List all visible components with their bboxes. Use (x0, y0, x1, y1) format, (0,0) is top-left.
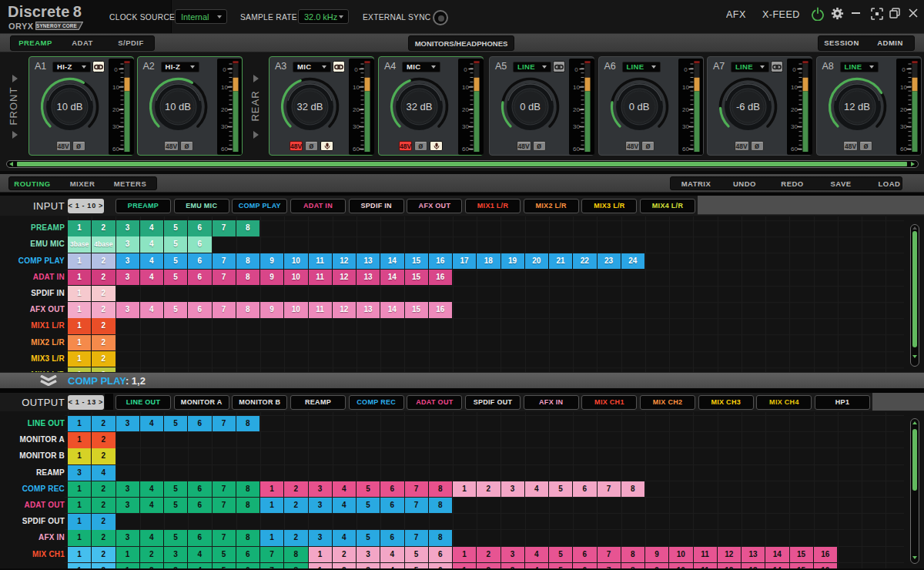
svg-text:SYNERGY CORE: SYNERGY CORE (36, 23, 77, 28)
svg-text:30: 30 (900, 123, 907, 130)
svg-text:20: 20 (353, 106, 360, 113)
svg-text:0: 0 (575, 65, 579, 72)
svg-text:10: 10 (791, 84, 798, 91)
svg-text:10: 10 (112, 84, 119, 91)
svg-text:60: 60 (353, 146, 360, 153)
svg-text:60: 60 (221, 146, 228, 153)
svg-text:0: 0 (684, 65, 688, 72)
svg-text:10: 10 (221, 84, 228, 91)
svg-text:0: 0 (793, 65, 797, 72)
svg-text:10: 10 (900, 84, 907, 91)
svg-text:10: 10 (682, 84, 689, 91)
svg-text:20: 20 (682, 106, 689, 113)
svg-text:60: 60 (573, 146, 580, 153)
svg-text:10: 10 (573, 84, 580, 91)
svg-text:20: 20 (573, 106, 580, 113)
svg-text:0: 0 (223, 65, 226, 72)
svg-text:30: 30 (112, 123, 119, 130)
svg-text:20: 20 (462, 106, 469, 113)
svg-text:20: 20 (791, 106, 798, 113)
svg-text:10: 10 (462, 84, 469, 91)
svg-text:20: 20 (112, 106, 119, 113)
svg-text:20: 20 (221, 106, 228, 113)
svg-text:30: 30 (573, 123, 580, 130)
svg-text:10: 10 (353, 84, 360, 91)
svg-text:60: 60 (900, 146, 907, 153)
svg-text:30: 30 (353, 123, 360, 130)
svg-text:0: 0 (355, 65, 359, 72)
svg-text:30: 30 (682, 123, 689, 130)
svg-text:0: 0 (902, 65, 906, 72)
svg-text:0: 0 (464, 65, 468, 72)
svg-text:60: 60 (112, 146, 119, 153)
svg-text:30: 30 (791, 123, 798, 130)
svg-text:60: 60 (791, 146, 798, 153)
svg-text:0: 0 (115, 65, 119, 72)
svg-text:20: 20 (900, 106, 907, 113)
svg-text:60: 60 (682, 146, 689, 153)
svg-text:30: 30 (221, 123, 228, 130)
svg-text:30: 30 (462, 123, 469, 130)
svg-text:60: 60 (462, 146, 469, 153)
